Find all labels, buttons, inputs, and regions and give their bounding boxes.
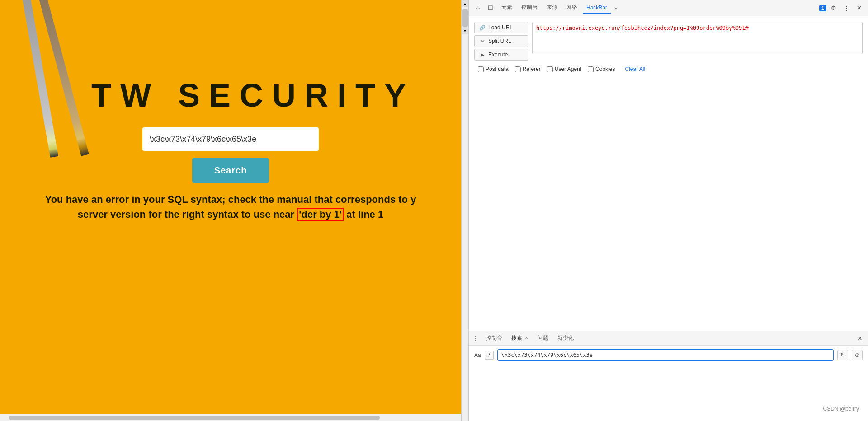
regex-button[interactable]: .* [485,351,494,360]
cookies-label: Cookies [595,66,615,72]
cookies-input[interactable] [588,66,594,72]
tab-sources[interactable]: 来源 [543,2,561,14]
scroll-down-button[interactable]: ▼ [462,27,468,34]
device-icon: ☐ [488,5,493,11]
scroll-up-button[interactable]: ▲ [462,0,468,7]
search-input[interactable] [142,127,319,151]
error-text-part1: You have an error in your SQL syntax; ch… [45,194,416,205]
bp-tab-search-close[interactable]: ✕ [524,335,528,341]
error-text-part2: server version for the right syntax to u… [78,209,297,220]
bp-tab-issues[interactable]: 问题 [534,332,552,344]
page-viewport: TW SECURITY Search You have an error in … [0,0,461,421]
watermark: CSDN @beirry [823,406,859,412]
execute-button[interactable]: ▶ Execute [474,49,528,61]
tab-elements[interactable]: 元素 [498,2,516,14]
cookies-checkbox[interactable]: Cookies [588,66,615,72]
execute-label: Execute [488,51,508,58]
more-tabs-button[interactable]: » [613,4,619,13]
close-icon: ✕ [857,5,862,11]
referer-checkbox[interactable]: Referer [515,66,541,72]
page-content: TW SECURITY Search You have an error in … [0,0,461,421]
bp-tab-console[interactable]: 控制台 [482,332,506,344]
user-agent-label: User Agent [555,66,581,72]
split-url-icon: ✂ [479,38,486,44]
scroll-thumb[interactable] [462,9,468,27]
settings-button[interactable]: ⚙ [828,3,839,14]
bottom-search-area: Aa .* ↻ ⊘ [469,346,868,365]
search-box-container: Search [142,127,319,183]
dots-icon: ⋮ [844,5,849,11]
url-textarea[interactable]: https://rimovni.exeye.run/fesbihcez/inde… [532,22,863,54]
referer-label: Referer [523,66,541,72]
device-toolbar-button[interactable]: ☐ [485,3,496,14]
cursor-icon: ⊹ [476,5,481,11]
bottom-panel-toolbar: ⋮ 控制台 搜索 ✕ 问题 新变化 ✕ [469,331,868,346]
pencils-decoration [0,0,136,190]
user-agent-input[interactable] [547,66,553,72]
bp-search-label: 搜索 [511,335,522,341]
post-data-checkbox[interactable]: Post data [478,66,509,72]
post-data-input[interactable] [478,66,484,72]
execute-icon: ▶ [479,51,486,58]
user-agent-checkbox[interactable]: User Agent [547,66,581,72]
close-bottom-panel-button[interactable]: ✕ [855,334,864,343]
hackbar-buttons: 🔗 Load URL ✂ Split URL ▶ Execute [474,22,528,61]
error-message: You have an error in your SQL syntax; ch… [14,192,448,222]
post-data-label: Post data [486,66,509,72]
devtools-panel: ⊹ ☐ 元素 控制台 来源 网络 HackBar » 1 ⚙ ⋮ ✕ [468,0,868,421]
cancel-search-button[interactable]: ⊘ [852,350,863,360]
clear-all-button[interactable]: Clear All [625,66,645,72]
inspect-element-button[interactable]: ⊹ [472,3,483,14]
tab-network[interactable]: 网络 [563,2,581,14]
tab-console[interactable]: 控制台 [518,2,541,14]
tab-hackbar[interactable]: HackBar [583,3,611,14]
vertical-scrollbar[interactable]: ▲ ▼ [461,0,468,421]
search-input[interactable] [497,349,834,361]
panel-dots-icon[interactable]: ⋮ [472,335,479,342]
load-url-label: Load URL [488,24,513,31]
devtools-toolbar: ⊹ ☐ 元素 控制台 来源 网络 HackBar » 1 ⚙ ⋮ ✕ [469,0,868,16]
horizontal-scrollbar[interactable] [0,414,461,421]
split-url-label: Split URL [488,38,511,44]
hackbar-content: 🔗 Load URL ✂ Split URL ▶ Execute https:/… [469,16,868,331]
main-area: TW SECURITY Search You have an error in … [0,0,868,421]
aa-label: Aa [474,352,481,358]
split-url-button[interactable]: ✂ Split URL [474,35,528,47]
referer-input[interactable] [515,66,521,72]
url-row: 🔗 Load URL ✂ Split URL ▶ Execute https:/… [474,22,863,61]
gear-icon: ⚙ [831,5,836,11]
refresh-results-button[interactable]: ↻ [837,350,848,360]
checkboxes-row: Post data Referer User Agent Cookies Cle… [474,64,863,74]
load-url-button[interactable]: 🔗 Load URL [474,22,528,33]
error-highlight: 'der by 1' [297,208,344,221]
notification-badge: 1 [819,5,826,11]
bp-tab-search[interactable]: 搜索 ✕ [508,332,532,344]
bottom-panel: ⋮ 控制台 搜索 ✕ 问题 新变化 ✕ Aa .* ↻ ⊘ [469,331,868,421]
search-button[interactable]: Search [192,158,269,183]
load-url-icon: 🔗 [479,24,486,31]
error-text-part3: at line 1 [344,209,383,220]
scrollbar-thumb[interactable] [9,416,380,420]
bp-tab-changes[interactable]: 新变化 [554,332,577,344]
close-devtools-button[interactable]: ✕ [854,3,864,14]
more-options-button[interactable]: ⋮ [841,3,852,14]
